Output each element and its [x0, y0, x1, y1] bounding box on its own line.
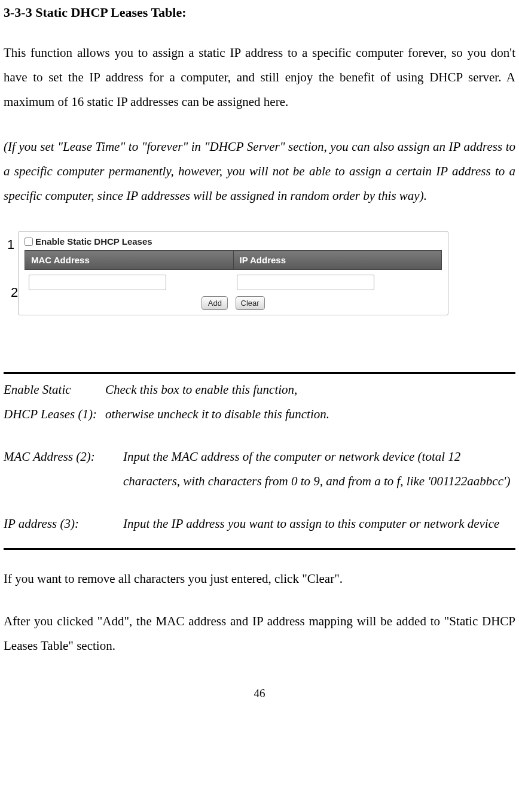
enable-static-checkbox[interactable] [25, 238, 33, 246]
definition-mac-body: Input the MAC address of the computer or… [123, 445, 515, 494]
col-ip-header: IP Address [233, 251, 442, 270]
clear-button[interactable]: Clear [236, 296, 265, 310]
definition-enable-body: Check this box to enable this function, … [105, 378, 515, 427]
button-row: Add Clear [25, 296, 442, 310]
router-panel: Enable Static DHCP Leases MAC Address IP… [18, 231, 448, 315]
definition-ip-label: IP address (3): [4, 512, 123, 536]
definition-enable: Enable Static DHCP Leases (1): Check thi… [4, 378, 515, 427]
note-paragraph: (If you set "Lease Time" to "forever" in… [4, 135, 515, 208]
col-mac-header: MAC Address [25, 251, 234, 270]
mac-address-input[interactable] [29, 275, 166, 290]
lease-table: MAC Address IP Address [25, 250, 442, 293]
add-paragraph: After you clicked "Add", the MAC address… [4, 609, 515, 658]
table-header-row: MAC Address IP Address [25, 251, 442, 270]
router-screenshot: 1 2 3 Enable Static DHCP Leases MAC Addr… [4, 229, 515, 348]
definition-mac-label: MAC Address (2): [4, 445, 123, 494]
annotation-2: 2 [11, 280, 18, 306]
divider-bottom [4, 548, 515, 550]
page-number: 46 [4, 682, 515, 704]
intro-paragraph: This function allows you to assign a sta… [4, 41, 515, 114]
divider-top [4, 372, 515, 374]
section-heading: 3-3-3 Static DHCP Leases Table: [4, 5, 515, 20]
clear-paragraph: If you want to remove all characters you… [4, 567, 515, 591]
table-input-row [25, 270, 442, 293]
definition-mac: MAC Address (2): Input the MAC address o… [4, 445, 515, 494]
ip-address-input[interactable] [237, 275, 374, 290]
definition-ip: IP address (3): Input the IP address you… [4, 512, 515, 536]
definition-enable-label: Enable Static DHCP Leases (1): [4, 378, 105, 427]
add-button[interactable]: Add [202, 296, 228, 310]
definitions-block: Enable Static DHCP Leases (1): Check thi… [4, 378, 515, 536]
definition-ip-body: Input the IP address you want to assign … [123, 512, 515, 536]
enable-static-row: Enable Static DHCP Leases [25, 235, 442, 248]
enable-static-label: Enable Static DHCP Leases [35, 235, 152, 248]
annotation-1: 1 [7, 232, 14, 258]
